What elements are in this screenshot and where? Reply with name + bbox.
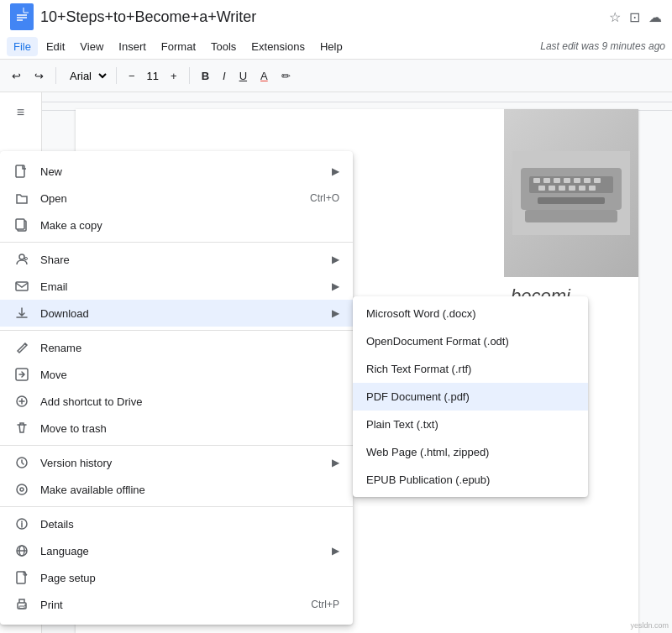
svg-rect-0 <box>14 8 29 26</box>
file-menu-page-setup[interactable]: Page setup <box>0 564 353 591</box>
version-history-arrow: ▶ <box>332 457 339 468</box>
svg-rect-7 <box>538 197 605 204</box>
file-menu-section-4: Version history ▶ Make available offline <box>0 446 353 507</box>
download-odt[interactable]: OpenDocument Format (.odt) <box>353 327 588 355</box>
file-menu-trash[interactable]: Move to trash <box>0 415 353 442</box>
file-menu-move[interactable]: Move <box>0 361 353 388</box>
offline-label: Make available offline <box>40 484 339 496</box>
file-menu-download[interactable]: Download ▶ Microsoft Word (.docx) OpenDo… <box>0 300 353 327</box>
file-menu-rename[interactable]: Rename <box>0 334 353 361</box>
download-submenu: Microsoft Word (.docx) OpenDocument Form… <box>353 296 588 497</box>
share-label: Share <box>40 254 332 266</box>
svg-point-32 <box>20 488 24 491</box>
print-label: Print <box>40 599 311 611</box>
svg-rect-10 <box>543 178 550 183</box>
underline-button[interactable]: U <box>234 66 252 86</box>
menu-file[interactable]: File <box>7 37 38 56</box>
text-color-button[interactable]: A <box>255 66 273 86</box>
email-label: Email <box>40 280 332 293</box>
last-edit-text: Last edit was 9 minutes ago <box>540 40 665 52</box>
file-menu-print[interactable]: Print Ctrl+P <box>0 591 353 618</box>
menu-edit[interactable]: Edit <box>39 37 71 56</box>
open-icon <box>13 191 30 205</box>
svg-rect-12 <box>564 178 570 183</box>
menu-insert[interactable]: Insert <box>112 37 153 56</box>
font-family-select[interactable]: Arial <box>63 67 109 85</box>
download-txt[interactable]: Plain Text (.txt) <box>353 411 588 438</box>
new-label: New <box>40 165 332 178</box>
svg-rect-17 <box>549 186 555 191</box>
file-menu-details[interactable]: Details <box>0 510 353 537</box>
ruler-line <box>42 102 672 102</box>
watermark: yesldn.com <box>630 621 669 630</box>
make-copy-icon <box>13 218 30 232</box>
svg-rect-9 <box>533 178 540 183</box>
email-icon <box>13 280 30 293</box>
toolbar-separator-1 <box>55 67 56 84</box>
file-menu-email[interactable]: Email ▶ <box>0 273 353 300</box>
language-label: Language <box>40 545 332 557</box>
font-size-decrease[interactable]: − <box>123 66 140 86</box>
download-docx[interactable]: Microsoft Word (.docx) <box>353 300 588 327</box>
file-menu-language[interactable]: Language ▶ <box>0 537 353 564</box>
download-txt-label: Plain Text (.txt) <box>366 418 438 431</box>
svg-point-25 <box>19 254 24 259</box>
svg-rect-20 <box>579 186 585 191</box>
file-menu-make-copy[interactable]: Make a copy <box>0 212 353 238</box>
download-label: Download <box>40 307 332 320</box>
menu-tools[interactable]: Tools <box>204 37 243 56</box>
file-menu-section-3: Rename Move Add shortcut to Drive <box>0 331 353 446</box>
bold-button[interactable]: B <box>197 66 214 86</box>
download-pdf-label: PDF Document (.pdf) <box>366 390 470 403</box>
version-history-label: Version history <box>40 457 332 469</box>
download-icon <box>13 306 30 320</box>
file-menu-offline[interactable]: Make available offline <box>0 476 353 503</box>
page-setup-icon <box>13 571 30 584</box>
svg-rect-8 <box>525 210 617 222</box>
redo-button[interactable]: ↪ <box>29 66 49 86</box>
menu-format[interactable]: Format <box>155 37 202 56</box>
font-size-value: 11 <box>144 70 162 82</box>
star-icon[interactable]: ☆ <box>609 9 621 25</box>
offline-icon <box>13 483 30 496</box>
menu-extensions[interactable]: Extensions <box>244 37 312 56</box>
file-menu-new[interactable]: New ▶ <box>0 158 353 185</box>
version-history-icon <box>13 456 30 469</box>
rename-icon <box>13 341 30 354</box>
svg-rect-18 <box>559 186 565 191</box>
menu-view[interactable]: View <box>73 37 110 56</box>
details-icon <box>13 517 30 531</box>
trash-label: Move to trash <box>40 422 339 435</box>
italic-button[interactable]: I <box>218 66 231 86</box>
menu-help[interactable]: Help <box>313 37 349 56</box>
cloud-icon[interactable]: ☁ <box>648 9 662 25</box>
toolbar: ↩ ↪ Arial − 11 + B I U A ✏ <box>0 59 672 92</box>
add-shortcut-icon <box>13 395 30 408</box>
file-menu-version-history[interactable]: Version history ▶ <box>0 449 353 476</box>
download-rtf-label: Rich Text Format (.rtf) <box>366 363 471 375</box>
file-menu-open[interactable]: Open Ctrl+O <box>0 185 353 212</box>
download-pdf[interactable]: PDF Document (.pdf) <box>353 383 588 411</box>
download-rtf[interactable]: Rich Text Format (.rtf) <box>353 355 588 383</box>
history-icon[interactable]: ⊡ <box>629 9 640 25</box>
file-menu: New ▶ Open Ctrl+O Make a copy <box>0 151 353 625</box>
move-label: Move <box>40 369 339 381</box>
menu-bar: File Edit View Insert Format Tools Exten… <box>0 34 672 59</box>
email-arrow: ▶ <box>332 280 339 292</box>
download-html[interactable]: Web Page (.html, zipped) <box>353 438 588 466</box>
ruler-bar <box>42 92 672 111</box>
file-menu-dropdown: New ▶ Open Ctrl+O Make a copy <box>0 151 353 625</box>
file-menu-section-5: Details Language ▶ Page setup <box>0 507 353 621</box>
text-color-label: A <box>260 70 268 82</box>
file-menu-add-shortcut[interactable]: Add shortcut to Drive <box>0 388 353 415</box>
file-menu-share[interactable]: Share ▶ <box>0 246 353 273</box>
undo-button[interactable]: ↩ <box>7 66 26 86</box>
download-epub[interactable]: EPUB Publication (.epub) <box>353 466 588 494</box>
svg-rect-14 <box>584 178 591 183</box>
font-size-increase[interactable]: + <box>165 66 182 86</box>
language-arrow: ▶ <box>332 545 339 557</box>
sidebar-comments-btn[interactable]: ≡ <box>8 99 34 126</box>
download-arrow: ▶ <box>332 307 339 319</box>
highlight-button[interactable]: ✏ <box>276 66 296 86</box>
print-shortcut: Ctrl+P <box>311 599 339 610</box>
